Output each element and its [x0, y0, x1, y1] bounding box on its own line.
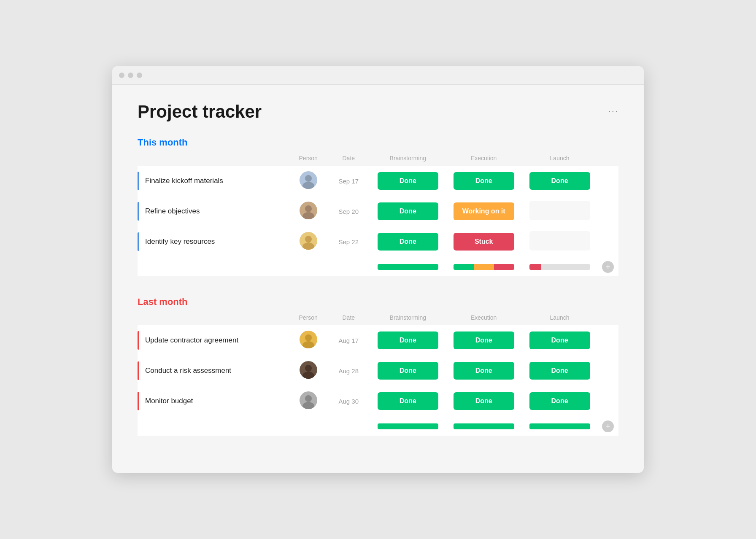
status-cell-launch[interactable]: Done: [522, 166, 598, 196]
add-row-button[interactable]: +: [602, 261, 614, 273]
status-badge-done[interactable]: Done: [378, 202, 438, 220]
task-border: [138, 202, 139, 221]
date-cell: Sep 20: [327, 196, 370, 226]
svg-point-7: [305, 236, 312, 243]
status-cell-execution[interactable]: Done: [446, 386, 522, 416]
status-cell-launch[interactable]: Done: [522, 356, 598, 386]
task-name: Conduct a risk assessment: [145, 367, 231, 375]
summary-add-cell[interactable]: +: [597, 257, 618, 276]
progress-bar: [529, 423, 590, 429]
date-cell: Sep 22: [327, 226, 370, 257]
status-cell-launch[interactable]: Done: [522, 325, 598, 356]
table-this-month: PersonDateBrainstormingExecutionLaunchFi…: [138, 155, 618, 276]
date-cell: Aug 17: [327, 325, 370, 356]
status-cell-execution[interactable]: Stuck: [446, 226, 522, 257]
progress-bar: [378, 423, 438, 429]
status-cell-brainstorming[interactable]: Done: [370, 325, 446, 356]
bar-segment-stuck: [494, 264, 514, 270]
status-badge-done[interactable]: Done: [378, 392, 438, 410]
status-badge-done[interactable]: Done: [529, 331, 590, 349]
row-add-cell: [597, 356, 618, 386]
status-badge-working[interactable]: Working on it: [454, 202, 514, 220]
svg-point-10: [305, 334, 312, 341]
status-badge-done[interactable]: Done: [378, 172, 438, 190]
section-title-this-month: This month: [138, 137, 618, 148]
task-border: [138, 172, 139, 190]
status-badge-done[interactable]: Done: [378, 331, 438, 349]
section-title-last-month: Last month: [138, 296, 618, 307]
status-badge-done[interactable]: Done: [529, 172, 590, 190]
status-badge-done[interactable]: Done: [454, 172, 514, 190]
maximize-light[interactable]: [137, 73, 142, 78]
col-header-add: [597, 155, 618, 166]
summary-bar-launch: [522, 257, 598, 276]
status-cell-launch[interactable]: Done: [522, 386, 598, 416]
avatar: [300, 331, 317, 348]
col-header-brainstorming: Brainstorming: [370, 155, 446, 166]
row-add-cell: [597, 166, 618, 196]
status-badge-done[interactable]: Done: [529, 392, 590, 410]
traffic-lights: [119, 73, 142, 78]
task-name: Identify key resources: [145, 237, 215, 246]
minimize-light[interactable]: [128, 73, 133, 78]
status-cell-brainstorming[interactable]: Done: [370, 226, 446, 257]
empty-status: [529, 201, 590, 220]
add-row-button[interactable]: +: [602, 420, 614, 432]
status-cell-execution[interactable]: Done: [446, 356, 522, 386]
col-header-date: Date: [327, 314, 370, 325]
status-badge-done[interactable]: Done: [454, 331, 514, 349]
status-cell-brainstorming[interactable]: Done: [370, 386, 446, 416]
status-cell-brainstorming[interactable]: Done: [370, 166, 446, 196]
bar-segment-working: [474, 264, 494, 270]
summary-bar-brainstorming: [370, 416, 446, 436]
status-cell-brainstorming[interactable]: Done: [370, 356, 446, 386]
row-add-cell: [597, 325, 618, 356]
col-header-add: [597, 314, 618, 325]
status-cell-execution[interactable]: Done: [446, 166, 522, 196]
section-this-month: This monthPersonDateBrainstormingExecuti…: [138, 137, 618, 276]
app-window: Project tracker ··· This monthPersonDate…: [112, 66, 644, 473]
progress-bar: [378, 264, 438, 270]
person-cell: [289, 226, 327, 257]
status-badge-done[interactable]: Done: [529, 362, 590, 380]
task-name: Monitor budget: [145, 397, 193, 405]
empty-status: [529, 231, 590, 251]
bar-segment-done: [378, 264, 438, 270]
status-badge-done[interactable]: Done: [378, 233, 438, 251]
task-border: [138, 361, 139, 380]
col-header-task: [138, 155, 289, 166]
status-badge-stuck[interactable]: Stuck: [454, 233, 514, 251]
status-cell-brainstorming[interactable]: Done: [370, 196, 446, 226]
bar-segment-stuck: [529, 264, 542, 270]
status-cell-launch[interactable]: [522, 196, 598, 226]
status-badge-done[interactable]: Done: [378, 362, 438, 380]
table-row: Identify key resourcesSep 22DoneStuck: [138, 226, 618, 257]
col-header-launch: Launch: [522, 155, 598, 166]
summary-bar-execution: [446, 257, 522, 276]
status-cell-launch[interactable]: [522, 226, 598, 257]
summary-bar-launch: [522, 416, 598, 436]
more-options-button[interactable]: ···: [608, 106, 618, 117]
person-cell: [289, 386, 327, 416]
progress-bar: [529, 264, 590, 270]
table-row: Monitor budgetAug 30DoneDoneDone: [138, 386, 618, 416]
close-light[interactable]: [119, 73, 124, 78]
status-badge-done[interactable]: Done: [454, 392, 514, 410]
status-cell-execution[interactable]: Working on it: [446, 196, 522, 226]
titlebar: [112, 66, 644, 85]
summary-row: +: [138, 257, 618, 276]
bar-segment-done: [454, 264, 474, 270]
person-cell: [289, 325, 327, 356]
summary-add-cell[interactable]: +: [597, 416, 618, 436]
summary-bar-brainstorming: [370, 257, 446, 276]
status-cell-execution[interactable]: Done: [446, 325, 522, 356]
page-header: Project tracker ···: [138, 102, 618, 122]
task-name: Refine objectives: [145, 207, 200, 216]
avatar: [300, 171, 317, 189]
row-add-cell: [597, 196, 618, 226]
status-badge-done[interactable]: Done: [454, 362, 514, 380]
svg-point-16: [305, 395, 312, 402]
table-row: Finalize kickoff materialsSep 17DoneDone…: [138, 166, 618, 196]
avatar: [300, 391, 317, 409]
avatar: [300, 232, 317, 250]
